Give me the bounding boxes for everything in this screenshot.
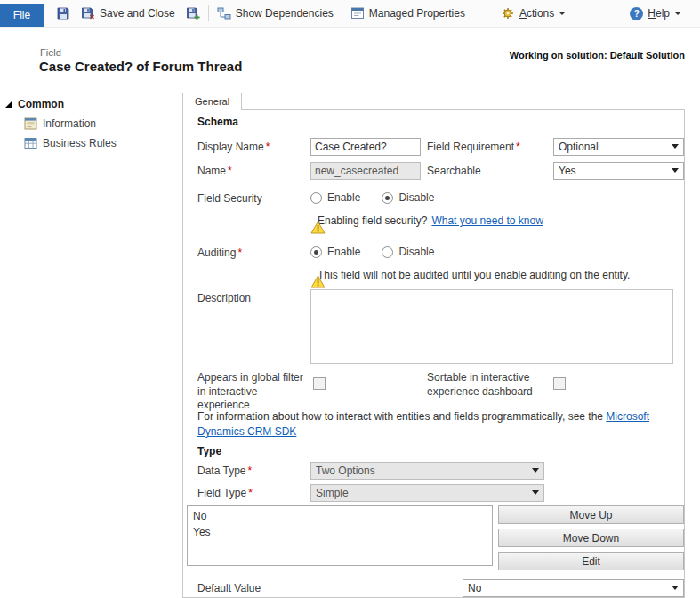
information-icon bbox=[24, 117, 37, 130]
field-security-help-link[interactable]: What you need to know bbox=[431, 214, 543, 227]
dropdown-caret-icon bbox=[532, 468, 539, 473]
data-type-value: Two Options bbox=[316, 465, 375, 477]
sdk-note: For information about how to interact wi… bbox=[197, 409, 678, 440]
file-button-label: File bbox=[13, 9, 30, 21]
save-and-new-icon bbox=[186, 6, 200, 20]
auditing-radio-group: Enable Disable bbox=[310, 246, 434, 258]
managed-properties-button[interactable]: Managed Properties bbox=[345, 0, 471, 27]
help-menu-button[interactable]: Help bbox=[624, 0, 686, 27]
navigation-tree: Common Information Business Rules bbox=[5, 98, 176, 150]
list-item[interactable]: No bbox=[188, 508, 492, 524]
help-icon bbox=[630, 7, 643, 20]
record-type-label: Field bbox=[40, 47, 61, 58]
actions-gear-icon bbox=[501, 6, 515, 20]
show-dependencies-label: Show Dependencies bbox=[236, 7, 334, 20]
tree-group-common[interactable]: Common bbox=[5, 98, 176, 110]
move-up-button[interactable]: Move Up bbox=[498, 505, 684, 524]
auditing-warning: This field will not be audited until you… bbox=[310, 269, 630, 281]
global-filter-label: Appears in global filter in interactive … bbox=[197, 371, 310, 413]
show-dependencies-button[interactable]: Show Dependencies bbox=[212, 0, 339, 27]
general-tab-panel: Schema Display Name* Field Requirement* … bbox=[182, 109, 685, 598]
options-listbox[interactable]: No Yes bbox=[187, 505, 493, 566]
sortable-checkbox[interactable] bbox=[553, 377, 566, 390]
sidebar-item-information[interactable]: Information bbox=[24, 117, 176, 130]
tree-expander-icon bbox=[5, 101, 12, 108]
managed-properties-label: Managed Properties bbox=[369, 7, 465, 20]
description-label: Description bbox=[197, 292, 251, 304]
file-button[interactable]: File bbox=[0, 4, 44, 27]
field-requirement-select[interactable]: Optional bbox=[553, 138, 684, 156]
sdk-note-text: For information about how to interact wi… bbox=[197, 410, 603, 423]
data-type-select: Two Options bbox=[310, 462, 544, 480]
display-name-label: Display Name* bbox=[197, 141, 270, 153]
auditing-warning-text: This field will not be audited until you… bbox=[318, 269, 630, 281]
field-security-radio-group: Enable Disable bbox=[310, 191, 434, 204]
field-security-warning: Enabling field security? What you need t… bbox=[310, 214, 543, 227]
command-toolbar: File Save and Close bbox=[0, 0, 700, 28]
required-marker: * bbox=[516, 141, 520, 153]
show-dependencies-icon bbox=[217, 6, 231, 20]
field-security-disable-radio[interactable] bbox=[382, 192, 393, 204]
field-requirement-value: Optional bbox=[559, 141, 599, 153]
disable-radio-label: Disable bbox=[398, 246, 434, 258]
toolbar-separator bbox=[342, 5, 342, 21]
toolbar-separator bbox=[208, 5, 209, 21]
description-textarea[interactable] bbox=[310, 289, 673, 364]
field-requirement-label: Field Requirement* bbox=[427, 141, 520, 153]
sidebar-item-label: Business Rules bbox=[43, 137, 117, 150]
chevron-down-icon bbox=[675, 12, 680, 18]
tab-general[interactable]: General bbox=[182, 93, 242, 110]
sortable-label: Sortable in interactive experience dashb… bbox=[427, 371, 550, 399]
list-item[interactable]: Yes bbox=[188, 524, 492, 540]
auditing-label: Auditing* bbox=[197, 246, 242, 259]
field-security-label: Field Security bbox=[197, 192, 262, 205]
chevron-down-icon bbox=[559, 12, 565, 18]
dropdown-caret-icon bbox=[672, 586, 679, 590]
schema-section-heading: Schema bbox=[197, 116, 238, 128]
business-rules-icon bbox=[24, 137, 37, 150]
field-editor-window: { "ui": { "required_marker": "*" }, "too… bbox=[0, 0, 700, 598]
sidebar-item-label: Information bbox=[43, 117, 96, 130]
working-on-solution-label: Working on solution: Default Solution bbox=[510, 50, 685, 61]
required-marker: * bbox=[266, 141, 270, 153]
sidebar-item-business-rules[interactable]: Business Rules bbox=[24, 137, 176, 150]
save-and-close-button[interactable]: Save and Close bbox=[76, 0, 181, 27]
move-down-button[interactable]: Move Down bbox=[498, 529, 684, 547]
save-and-close-label: Save and Close bbox=[100, 7, 175, 20]
global-filter-checkbox[interactable] bbox=[313, 377, 326, 390]
tree-group-label: Common bbox=[18, 98, 64, 110]
display-name-input[interactable] bbox=[310, 138, 421, 156]
searchable-select[interactable]: Yes bbox=[553, 162, 684, 180]
field-type-select: Simple bbox=[310, 484, 544, 502]
name-input bbox=[310, 162, 421, 180]
field-type-value: Simple bbox=[316, 487, 349, 499]
default-value-select[interactable]: No bbox=[463, 579, 684, 597]
enable-radio-label: Enable bbox=[327, 191, 360, 204]
required-marker: * bbox=[247, 465, 252, 477]
searchable-value: Yes bbox=[559, 165, 576, 177]
edit-button[interactable]: Edit bbox=[498, 552, 684, 570]
dropdown-caret-icon bbox=[532, 490, 539, 495]
auditing-disable-radio[interactable] bbox=[382, 246, 393, 258]
required-marker: * bbox=[228, 165, 232, 177]
save-and-close-icon bbox=[81, 6, 95, 20]
auditing-enable-radio[interactable] bbox=[310, 246, 322, 258]
name-label: Name* bbox=[197, 165, 232, 177]
data-type-label: Data Type* bbox=[197, 465, 252, 477]
actions-menu-button[interactable]: Actions bbox=[495, 0, 570, 27]
dropdown-caret-icon bbox=[672, 144, 679, 149]
field-security-enable-radio[interactable] bbox=[310, 192, 322, 204]
page-title: Case Created? of Forum Thread bbox=[39, 59, 242, 74]
managed-properties-icon bbox=[350, 6, 365, 20]
default-value-label: Default Value bbox=[197, 582, 261, 594]
help-label: Help bbox=[648, 7, 670, 20]
field-type-label: Field Type* bbox=[197, 487, 253, 499]
default-value-value: No bbox=[468, 582, 481, 594]
dropdown-caret-icon bbox=[672, 168, 679, 173]
save-icon bbox=[56, 6, 70, 20]
save-button[interactable] bbox=[51, 0, 76, 27]
required-marker: * bbox=[237, 246, 242, 259]
searchable-label: Searchable bbox=[427, 165, 481, 177]
save-and-new-button[interactable] bbox=[181, 0, 205, 27]
enable-radio-label: Enable bbox=[327, 246, 360, 258]
